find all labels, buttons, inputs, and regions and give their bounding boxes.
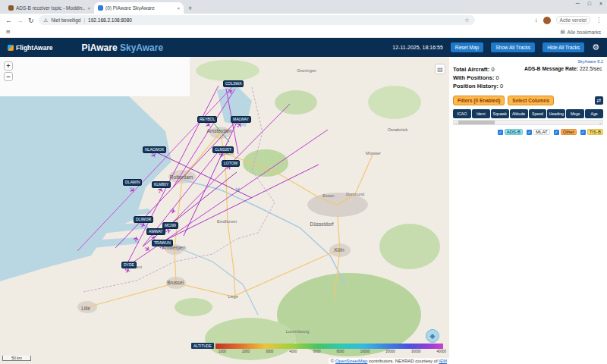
aircraft-label[interactable]: MALWAY — [231, 116, 251, 123]
aircraft-label[interactable]: DLIWOR — [134, 216, 153, 223]
column-header-speed[interactable]: Speed — [529, 109, 547, 118]
filters-button[interactable]: Filters (0 Enabled) — [453, 96, 505, 105]
aircraft-label[interactable]: NLACWOK — [143, 146, 166, 153]
map-locate-button[interactable]: ◆ — [426, 329, 439, 343]
legend-checkbox[interactable]: ✓ — [498, 130, 503, 135]
stat-label: Total Aircraft: — [453, 66, 489, 73]
back-button[interactable]: ← — [5, 17, 12, 24]
map-city-label: Liège — [228, 294, 237, 299]
action-required-badge[interactable]: Actie vereist — [556, 16, 590, 24]
map-city-label: Rotterdam — [170, 174, 193, 180]
openstreetmap-link[interactable]: OpenStreetMap — [335, 359, 367, 363]
legend-checkbox[interactable]: ✓ — [554, 130, 559, 135]
message-rate-label: ADS-B Message Rate: — [524, 66, 578, 71]
tab-favicon — [8, 5, 14, 11]
reload-button[interactable]: ↻ — [28, 17, 34, 24]
altitude-tick: 4000 — [289, 350, 297, 353]
tab-close-icon[interactable]: × — [87, 6, 90, 11]
forward-button[interactable]: → — [17, 17, 24, 24]
column-header-altitude[interactable]: Altitude — [510, 109, 528, 118]
altitude-tick: 3000 — [266, 350, 273, 353]
show-all-tracks-button[interactable]: Show All Tracks — [491, 42, 535, 52]
new-tab-button[interactable]: + — [188, 5, 192, 12]
layer-switcher-button[interactable]: ▤ — [435, 64, 445, 74]
column-header-ident[interactable]: Ident — [472, 109, 490, 118]
zoom-out-button[interactable]: − — [4, 72, 13, 81]
message-rate-value: 222.5/sec — [580, 66, 602, 71]
browser-menu-icon[interactable]: ⋮ — [596, 17, 602, 24]
security-icon[interactable]: ⚠ — [44, 17, 49, 24]
aircraft-label[interactable]: KLM80Y — [152, 181, 171, 188]
tab-adsb-receiver[interactable]: ADS-B receiver topic - Moddin... × — [5, 2, 94, 14]
legend-checkbox[interactable]: ✓ — [580, 130, 586, 135]
tab-close-icon[interactable]: × — [177, 6, 180, 11]
altitude-tick: 10000 — [360, 350, 370, 353]
column-header-heading[interactable]: Heading — [547, 109, 565, 118]
aircraft-label[interactable]: LOTOW — [222, 160, 240, 167]
minimize-button[interactable]: ─ — [576, 1, 580, 6]
aircraft-label[interactable]: DYDE — [121, 262, 137, 268]
sidebar-collapse-button[interactable]: ⇄ — [595, 96, 603, 105]
stat-label: With Positions: — [453, 74, 495, 81]
address-bar[interactable]: ⚠ Niet beveiligd | 192.168.2.108:8080 ☆ — [39, 15, 475, 25]
apps-grid-icon[interactable]: ⊞ — [6, 29, 10, 35]
iem-link[interactable]: IEM — [439, 359, 447, 363]
column-header-age[interactable]: Age — [585, 109, 603, 118]
reset-map-button[interactable]: Reset Map — [451, 42, 483, 52]
maximize-button[interactable]: □ — [588, 1, 591, 6]
skyaware-version-link[interactable]: SkyAware 8.2 — [453, 59, 603, 64]
map-city-label: Osnabrück — [388, 127, 408, 132]
map-city-label: Brussel — [167, 280, 184, 285]
scrollbar-thumb[interactable] — [458, 121, 495, 124]
column-header-msgs[interactable]: Msgs — [566, 109, 584, 118]
altitude-tick: 20000 — [385, 350, 395, 353]
legend-item-tis-b: ✓TIS-B — [580, 129, 603, 135]
aircraft-label[interactable]: DLAWIN — [123, 179, 142, 186]
close-button[interactable]: × — [599, 1, 602, 6]
stat-value: 0 — [500, 83, 503, 89]
tab-title: ADS-B receiver topic - Moddin... — [16, 5, 85, 11]
title-skyaware: SkyAware — [120, 42, 163, 53]
bookmark-star-icon[interactable]: ☆ — [464, 17, 469, 24]
hide-all-tracks-button[interactable]: Hide All Tracks — [543, 42, 584, 52]
map-city-label: Luxembourg — [286, 329, 310, 334]
aircraft-label[interactable]: AWWAY — [146, 228, 165, 235]
legend-checkbox[interactable]: ✓ — [527, 130, 532, 135]
profile-avatar[interactable] — [543, 17, 551, 24]
aircraft-label[interactable]: REYBOL — [197, 116, 217, 123]
altitude-tick: 40000 — [436, 350, 446, 353]
map-city-label: Dortmund — [346, 192, 364, 196]
legend-item-other: ✓Other — [554, 129, 577, 135]
aircraft-label[interactable]: TRAWUN — [152, 240, 173, 246]
download-icon[interactable]: ↓ — [535, 17, 538, 24]
total-aircraft-stat: Total Aircraft: 0 — [453, 65, 524, 74]
all-bookmarks-label: Alle bookmarks — [568, 30, 601, 35]
select-columns-button[interactable]: Select Columns — [508, 96, 554, 105]
aircraft-icon[interactable]: ✈ — [132, 235, 140, 243]
flightaware-logo[interactable]: FlightAware — [8, 44, 53, 52]
map-city-label: Düsseldorf — [310, 221, 333, 227]
scroll-right-arrow[interactable]: › — [598, 121, 602, 125]
tab-piaware-skyaware[interactable]: (0) PiAware SkyAware × — [94, 2, 184, 14]
column-header-icao[interactable]: ICAO — [453, 109, 471, 118]
altitude-legend: ALTITUDE 1000200030004000600080001000020… — [191, 343, 446, 353]
aircraft-label[interactable]: COLSWA — [223, 80, 244, 87]
stat-value: 0 — [491, 66, 494, 73]
column-header-squawk[interactable]: Squawk — [491, 109, 509, 118]
map-city-label: Köln — [334, 247, 344, 253]
all-bookmarks-button[interactable]: ▤ Alle bookmarks — [560, 29, 601, 35]
attribution-middle: contributors. NEXRAD courtesy of — [367, 359, 439, 363]
map[interactable]: AmsterdamUtrechtRotterdamAntwerpenGentBr… — [0, 57, 449, 364]
zoom-in-button[interactable]: + — [4, 61, 13, 71]
legend-label: ADS-B — [505, 129, 523, 135]
flightaware-brand-text: FlightAware — [16, 44, 53, 52]
table-horizontal-scrollbar[interactable]: ‹ › — [453, 120, 603, 125]
settings-gear-icon[interactable]: ⚙ — [592, 42, 599, 52]
map-city-label: Essen — [322, 193, 334, 198]
map-city-label: Münster — [366, 151, 381, 155]
stats-block: Total Aircraft: 0 With Positions: 0 Posi… — [453, 65, 603, 90]
aircraft-label[interactable]: CLM105T — [212, 146, 234, 153]
altitude-tick: 1000 — [219, 350, 226, 353]
title-piaware: PiAware — [82, 42, 118, 53]
aircraft-icon[interactable]: ✈ — [169, 208, 176, 216]
